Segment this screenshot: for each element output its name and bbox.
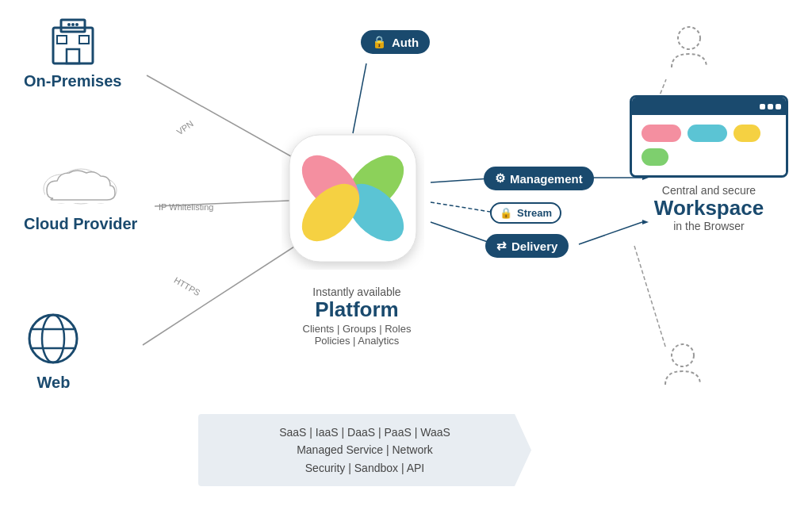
browser-dot-3 <box>776 104 781 109</box>
https-line-label: HTTPS <box>172 275 201 297</box>
browser-body <box>632 115 786 175</box>
in-browser-label: in the Browser <box>622 220 796 232</box>
workspace-container: Central and secure Workspace in the Brow… <box>622 95 796 232</box>
globe-icon <box>24 309 83 369</box>
pill-blue <box>688 125 727 142</box>
platform-label: Platform <box>254 298 460 321</box>
svg-point-40 <box>672 344 694 366</box>
instantly-label: Instantly available <box>254 286 460 298</box>
svg-rect-16 <box>53 28 93 63</box>
svg-point-22 <box>71 23 75 26</box>
cloud-provider-label: Cloud Provider <box>24 215 137 233</box>
svg-line-5 <box>431 202 490 212</box>
gear-icon: ⚙ <box>495 171 505 186</box>
cloud-provider-item: Cloud Provider <box>24 159 137 233</box>
on-premises-label: On-Premises <box>24 72 121 90</box>
browser-window <box>630 95 788 178</box>
banner-text: SaaS | IaaS | DaaS | PaaS | WaaSManaged … <box>279 426 450 474</box>
svg-point-21 <box>67 23 71 26</box>
svg-line-3 <box>431 178 490 182</box>
management-badge: ⚙ Management <box>484 167 594 190</box>
pill-pink <box>642 125 681 142</box>
web-label: Web <box>24 374 83 392</box>
workspace-title: Workspace <box>622 197 796 220</box>
building-icon <box>24 16 121 67</box>
web-item: Web <box>24 309 83 392</box>
auth-badge: 🔒 Auth <box>361 30 430 54</box>
svg-rect-18 <box>67 49 79 63</box>
diagram-container: On-Premises Cloud Provider Web <box>0 0 812 510</box>
cloud-icon <box>24 159 137 210</box>
svg-line-11 <box>634 246 666 349</box>
browser-dot-2 <box>768 104 773 109</box>
svg-rect-19 <box>57 36 67 44</box>
browser-bar <box>632 98 786 115</box>
arrows-icon: ⇄ <box>496 239 507 253</box>
user-bottom-icon <box>661 341 705 392</box>
on-premises-item: On-Premises <box>24 16 121 90</box>
bottom-banner: SaaS | IaaS | DaaS | PaaS | WaaSManaged … <box>198 414 531 486</box>
pill-green <box>642 148 668 166</box>
svg-point-28 <box>29 315 77 362</box>
platform-sub: Clients | Groups | RolesPolicies | Analy… <box>254 323 460 347</box>
center-logo <box>282 127 424 270</box>
center-text-block: Instantly available Platform Clients | G… <box>254 286 460 347</box>
stream-label: Stream <box>517 207 552 219</box>
pill-yellow <box>733 125 760 142</box>
user-top-icon <box>661 24 717 75</box>
stream-lock-icon: 🔒 <box>500 207 512 219</box>
delivery-badge: ⇄ Delivery <box>485 234 569 258</box>
browser-dot-1 <box>760 104 765 109</box>
ip-whitelisting-label: IP Whitelisting <box>159 202 214 212</box>
svg-point-39 <box>678 27 700 49</box>
svg-line-7 <box>431 222 488 242</box>
svg-point-29 <box>42 315 64 362</box>
vpn-line-label: VPN <box>175 119 195 137</box>
browser-row-1 <box>642 125 776 142</box>
svg-point-23 <box>75 23 79 26</box>
svg-rect-20 <box>79 36 89 44</box>
lock-icon: 🔒 <box>372 35 387 49</box>
delivery-label: Delivery <box>511 240 557 253</box>
central-secure-label: Central and secure <box>622 184 796 197</box>
workspace-label-block: Central and secure Workspace in the Brow… <box>622 184 796 232</box>
auth-label: Auth <box>392 36 419 49</box>
management-label: Management <box>510 172 583 186</box>
stream-badge: 🔒 Stream <box>490 202 561 224</box>
browser-row-2 <box>642 148 776 166</box>
svg-line-9 <box>353 63 366 133</box>
